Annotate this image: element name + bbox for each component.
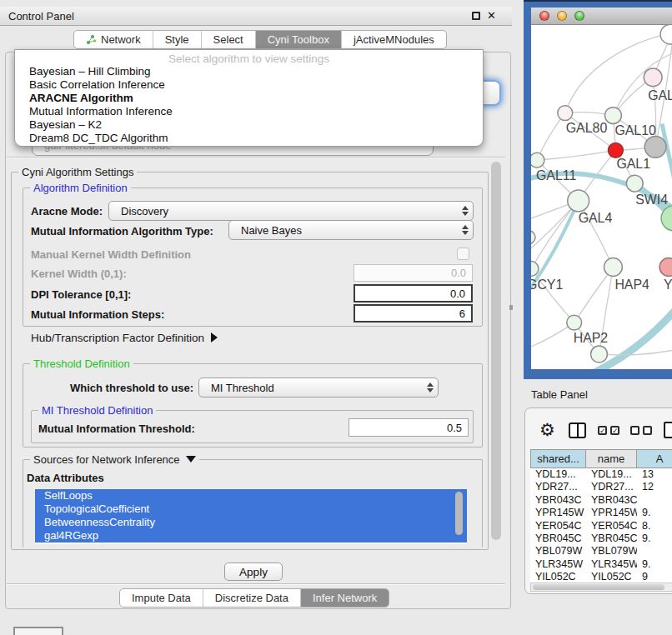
network-node-hap2[interactable]: [567, 315, 582, 330]
sources-title[interactable]: Sources for Network Inference: [30, 453, 199, 466]
settings-scrollbar[interactable]: [491, 162, 501, 540]
attribute-item-gal4rgexp[interactable]: gal4RGexp: [35, 529, 467, 542]
network-window-titlebar[interactable]: [531, 8, 672, 25]
columns-icon[interactable]: [569, 422, 586, 438]
mi-steps-field[interactable]: 6: [354, 304, 473, 322]
tab-jactivemnodules[interactable]: jActiveMNodules: [341, 31, 446, 48]
table-row[interactable]: YBR045CYBR045C9.: [530, 532, 672, 545]
tab-cyni-toolbox[interactable]: Cyni Toolbox: [255, 31, 341, 48]
network-node[interactable]: [660, 25, 672, 44]
panel-splitter-handle[interactable]: [509, 305, 513, 310]
close-traffic-light[interactable]: [539, 11, 549, 21]
network-node[interactable]: [644, 136, 666, 158]
network-node[interactable]: [531, 231, 535, 244]
aracne-mode-combo[interactable]: Discovery: [108, 201, 474, 221]
algorithm-option-basic-correlation-inference[interactable]: Basic Correlation Inference: [15, 78, 483, 92]
network-node-gal80[interactable]: [558, 106, 573, 121]
algorithm-option-bayesian-k2[interactable]: Bayesian – K2: [15, 118, 483, 132]
zoom-traffic-light[interactable]: [574, 11, 584, 21]
hub-section-toggle[interactable]: Hub/Transcription Factor Definition: [31, 332, 218, 344]
algorithm-list: Bayesian – Hill ClimbingBasic Correlatio…: [15, 65, 483, 145]
column-header-name[interactable]: name: [586, 449, 637, 468]
network-edge: [531, 268, 574, 322]
network-node-gcy1[interactable]: [531, 262, 539, 277]
table-row[interactable]: YER054CYER054C8.: [530, 520, 672, 532]
combo-stepper-icon: [423, 382, 438, 392]
gear-icon[interactable]: ⚙: [539, 421, 555, 438]
table-hscrollbar[interactable]: [530, 582, 672, 592]
tab-infer-network[interactable]: Infer Network: [300, 589, 389, 607]
tab-discretize-data[interactable]: Discretize Data: [203, 589, 300, 607]
table-cell: 9.: [637, 532, 672, 545]
node-label-gal: GAL: [648, 88, 672, 102]
network-node-gal[interactable]: [644, 68, 662, 87]
algorithm-option-aracne-algorithm[interactable]: ARACNE Algorithm: [15, 92, 483, 105]
table-cell: YER054C: [530, 520, 586, 532]
algorithm-option-dream8-dc-tdc-algorithm[interactable]: Dream8 DC_TDC Algorithm: [15, 132, 483, 145]
algorithm-option-bayesian-hill-climbing[interactable]: Bayesian – Hill Climbing: [15, 65, 483, 78]
table-row[interactable]: YDL19...YDL19...13: [530, 468, 672, 481]
which-threshold-combo[interactable]: MI Threshold: [198, 378, 439, 398]
mi-type-combo[interactable]: Naive Bayes: [228, 220, 474, 240]
network-node-gal4[interactable]: [568, 190, 589, 212]
screen: Control Panel ✕ NetworkStyleSelectCyni T…: [0, 0, 672, 635]
unchecked-checkbox-icon[interactable]: [630, 426, 639, 435]
network-node-hap4[interactable]: [604, 258, 622, 277]
column-header-a[interactable]: A: [637, 449, 672, 468]
attribute-item-topologicalcoefficient[interactable]: TopologicalCoefficient: [35, 502, 467, 516]
table-row[interactable]: YIL052CYIL052C9: [530, 571, 672, 582]
threshold-definition-title: Threshold Definition: [30, 358, 133, 370]
manual-kernel-checkbox[interactable]: [457, 248, 469, 260]
data-attributes-label: Data Attributes: [27, 472, 104, 484]
network-edge: [574, 268, 614, 323]
table-cell: YLR345W: [530, 558, 586, 571]
network-node-swi4[interactable]: [626, 175, 643, 192]
divider: [7, 583, 505, 585]
unchecked-checkbox-icon[interactable]: [643, 426, 652, 435]
bottom-left-widget[interactable]: [13, 627, 63, 635]
network-node-gal1[interactable]: [608, 142, 623, 158]
table-cell: 13: [637, 468, 672, 481]
checked-checkbox-icon[interactable]: ✓: [610, 426, 619, 435]
node-label-gal11: GAL11: [536, 168, 576, 182]
node-label-gal1: GAL1: [616, 157, 650, 171]
attribute-item-betweennesscentrality[interactable]: BetweennessCentrality: [35, 516, 467, 529]
attributes-scrollbar[interactable]: [455, 492, 463, 535]
network-node[interactable]: [591, 346, 608, 362]
network-edge: [537, 113, 565, 161]
apply-button[interactable]: Apply: [224, 562, 283, 581]
expanded-arrow-icon: [186, 456, 196, 462]
tab-impute-data[interactable]: Impute Data: [120, 589, 203, 607]
table-row[interactable]: YDR27...YDR27...12: [530, 481, 672, 493]
algorithm-option-mutual-information-inference[interactable]: Mutual Information Inference: [15, 105, 483, 118]
checked-checkbox-icon[interactable]: ✓: [598, 426, 607, 435]
mi-threshold-label: Mutual Information Threshold:: [38, 422, 195, 435]
attribute-item-selfloops[interactable]: SelfLoops: [35, 489, 467, 502]
table-cell: YDL19...: [586, 468, 637, 481]
close-icon[interactable]: ✕: [487, 9, 496, 22]
mi-threshold-title: MI Threshold Definition: [38, 404, 156, 417]
tab-select[interactable]: Select: [201, 31, 255, 48]
table-row[interactable]: YBR043CYBR043C: [530, 494, 672, 507]
table-row[interactable]: YBL079WYBL079W: [530, 545, 672, 558]
hscrollbar-thumb[interactable]: [533, 584, 664, 590]
table-row[interactable]: YLR345WYLR345W9.: [530, 558, 672, 571]
table-row[interactable]: YPR145WYPR145W9.: [530, 507, 672, 519]
table-cell: 9.: [637, 558, 672, 571]
document-icon[interactable]: [664, 422, 672, 438]
kernel-width-field[interactable]: 0.0: [354, 264, 473, 282]
network-node-gal10[interactable]: [604, 108, 621, 124]
tab-style[interactable]: Style: [153, 31, 201, 48]
network-node-y[interactable]: [659, 258, 672, 277]
network-view[interactable]: GALGAL80GAL10GAL1GAL11SWI4GAL4GCY1HAP4YH…: [531, 25, 672, 369]
minimize-traffic-light[interactable]: [557, 11, 567, 21]
dpi-tolerance-field[interactable]: 0.0: [354, 284, 473, 302]
float-window-icon[interactable]: [472, 12, 480, 20]
network-node-gal11[interactable]: [531, 152, 544, 168]
combo-stepper-icon: [458, 225, 473, 235]
cyni-settings-title: Cyni Algorithm Settings: [18, 166, 137, 178]
tab-network[interactable]: Network: [74, 31, 153, 48]
column-header-shared[interactable]: shared...: [530, 449, 586, 468]
network-edge: [537, 150, 615, 160]
mi-threshold-field[interactable]: 0.5: [349, 418, 469, 437]
